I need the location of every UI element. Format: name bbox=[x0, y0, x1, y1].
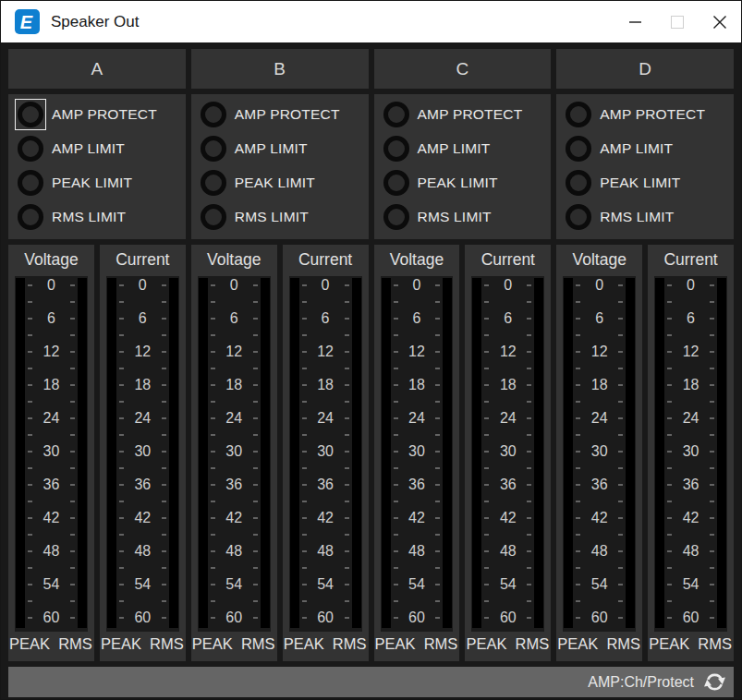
led-indicator[interactable] bbox=[383, 204, 409, 230]
led-indicator[interactable] bbox=[383, 136, 409, 162]
meter-tick bbox=[435, 434, 440, 436]
meter-tick bbox=[70, 401, 75, 403]
indicator-row: RMS LIMIT bbox=[566, 204, 734, 230]
meter-tick bbox=[162, 401, 166, 403]
channel-letter: D bbox=[639, 59, 651, 79]
rms-label: RMS bbox=[333, 635, 367, 653]
meter-tick bbox=[162, 501, 166, 502]
meter-tick bbox=[253, 434, 258, 436]
meter-footer: PEAK RMS bbox=[374, 632, 460, 653]
meter-tick bbox=[253, 534, 258, 536]
led-indicator[interactable] bbox=[201, 102, 226, 127]
indicator-row: AMP PROTECT bbox=[18, 102, 186, 127]
led-indicator[interactable] bbox=[201, 204, 226, 230]
meter-scale-label: 42 bbox=[654, 509, 727, 527]
meter-tick bbox=[618, 401, 623, 403]
meter-scale-label: 24 bbox=[471, 409, 544, 428]
led-indicator[interactable] bbox=[18, 204, 43, 230]
meter-tick bbox=[302, 467, 307, 469]
meter-scale-label: 12 bbox=[563, 343, 636, 361]
maximize-icon bbox=[671, 16, 684, 29]
meter-panel-A-voltage: Voltage 06121824303642485460 PEAK RMS bbox=[8, 245, 94, 661]
main-content: A B C D AMP PROTECT AMP LIMIT PEAK LIMIT… bbox=[1, 42, 741, 699]
meter-panel-C-voltage: Voltage 06121824303642485460 PEAK RMS bbox=[374, 245, 460, 661]
meter-scale-label: 36 bbox=[654, 476, 727, 494]
meter-tick bbox=[484, 401, 489, 403]
meter-scale-label: 30 bbox=[198, 442, 271, 461]
meter-tick bbox=[394, 600, 398, 602]
app-icon-letter: E bbox=[20, 13, 32, 31]
meter-title: Voltage bbox=[8, 245, 94, 276]
minimize-button[interactable] bbox=[614, 1, 656, 42]
meter-scale-label: 30 bbox=[289, 442, 362, 461]
window-controls bbox=[614, 1, 741, 42]
close-button[interactable] bbox=[699, 1, 741, 42]
meter-tick bbox=[618, 301, 623, 303]
led-indicator[interactable] bbox=[566, 136, 591, 162]
meter-tick bbox=[345, 301, 349, 303]
led-indicator[interactable] bbox=[383, 170, 409, 196]
meter-tick bbox=[119, 301, 124, 303]
led-indicator[interactable] bbox=[18, 170, 43, 196]
meter-scale-label: 12 bbox=[471, 343, 544, 361]
meter-tick bbox=[28, 534, 32, 536]
indicator-panel-D: AMP PROTECT AMP LIMIT PEAK LIMIT RMS LIM… bbox=[556, 94, 734, 239]
meter-tick bbox=[345, 501, 349, 502]
refresh-icon[interactable] bbox=[702, 670, 727, 694]
meter-scale-label: 60 bbox=[471, 609, 544, 627]
meter-tick bbox=[211, 368, 215, 369]
led-indicator[interactable] bbox=[566, 170, 591, 196]
led-indicator[interactable] bbox=[383, 102, 409, 127]
meter-scale-label: 0 bbox=[106, 276, 179, 295]
led-indicator[interactable] bbox=[566, 102, 591, 127]
meter-tick bbox=[28, 501, 32, 502]
meter-tick bbox=[710, 334, 714, 336]
meter-tick bbox=[302, 368, 307, 369]
meter-scale-label: 18 bbox=[289, 376, 362, 394]
meter-scale-label: 42 bbox=[563, 509, 636, 527]
meter-tick bbox=[70, 534, 75, 536]
meter-tick bbox=[394, 334, 398, 336]
meter-tick bbox=[28, 368, 32, 369]
meter-scale-label: 18 bbox=[654, 376, 727, 394]
meter-title: Voltage bbox=[191, 245, 277, 276]
meter-scale-label: 30 bbox=[381, 442, 454, 461]
meter-tick bbox=[527, 534, 531, 536]
meter-scale-label: 12 bbox=[654, 343, 727, 361]
titlebar[interactable]: E Speaker Out bbox=[1, 1, 741, 42]
meter-tick bbox=[211, 467, 215, 469]
meter-display: 06121824303642485460 bbox=[381, 276, 454, 632]
meter-scale-label: 12 bbox=[15, 343, 88, 361]
meter-scale-label: 60 bbox=[654, 609, 727, 627]
meter-tick bbox=[576, 301, 580, 303]
meter-tick bbox=[253, 600, 258, 602]
indicator-label: PEAK LIMIT bbox=[52, 175, 132, 191]
channel-letter: B bbox=[274, 59, 286, 79]
led-indicator[interactable] bbox=[18, 102, 43, 127]
meter-tick bbox=[527, 501, 531, 502]
indicator-panel-A: AMP PROTECT AMP LIMIT PEAK LIMIT RMS LIM… bbox=[8, 94, 186, 239]
peak-label: PEAK bbox=[649, 635, 689, 653]
meter-tick bbox=[710, 467, 714, 469]
meter-scale-label: 0 bbox=[471, 276, 544, 295]
meter-scale-label: 36 bbox=[471, 476, 544, 494]
meter-tick bbox=[70, 434, 75, 436]
led-indicator[interactable] bbox=[201, 170, 226, 196]
led-indicator[interactable] bbox=[18, 136, 43, 162]
led-indicator[interactable] bbox=[201, 136, 226, 162]
meter-scale-label: 54 bbox=[289, 575, 362, 594]
meter-tick bbox=[435, 301, 440, 303]
meter-scale-label: 54 bbox=[471, 575, 544, 594]
rms-label: RMS bbox=[606, 635, 640, 653]
channel-letter: C bbox=[456, 59, 469, 79]
meter-tick bbox=[484, 434, 489, 436]
indicator-row: RMS LIMIT bbox=[201, 204, 369, 230]
status-text: AMP:Ch/Protect bbox=[588, 674, 694, 691]
meter-scale-label: 18 bbox=[15, 376, 88, 394]
maximize-button[interactable] bbox=[656, 1, 699, 42]
meter-display: 06121824303642485460 bbox=[15, 276, 88, 632]
meter-tick bbox=[119, 600, 124, 602]
meter-tick bbox=[435, 334, 440, 336]
led-indicator[interactable] bbox=[566, 204, 591, 230]
meter-tick bbox=[484, 301, 489, 303]
